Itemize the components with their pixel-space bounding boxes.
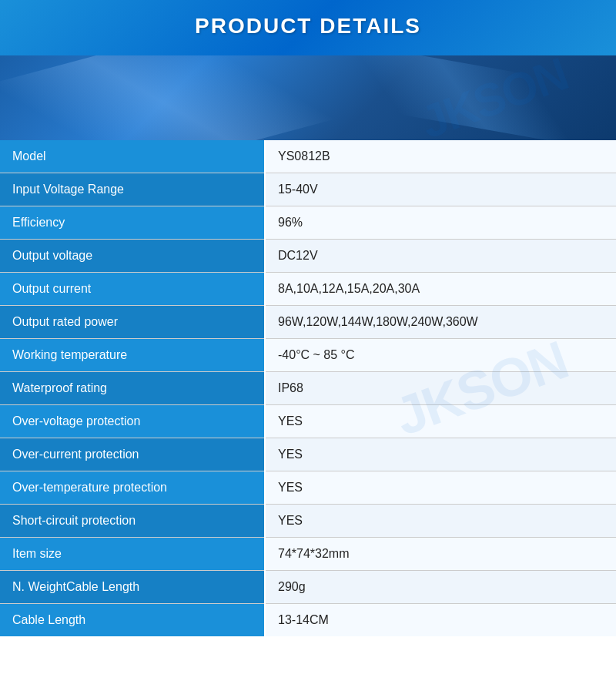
spec-value: 15-40V bbox=[265, 173, 616, 206]
spec-label: Output voltage bbox=[0, 240, 265, 273]
table-row: N. WeightCable Length290g bbox=[0, 571, 616, 604]
spec-label: Item size bbox=[0, 538, 265, 571]
spec-value: YES bbox=[265, 405, 616, 438]
spec-label: Input Voltage Range bbox=[0, 173, 265, 206]
spec-label: Cable Length bbox=[0, 604, 265, 637]
spec-value: 74*74*32mm bbox=[265, 538, 616, 571]
spec-value: IP68 bbox=[265, 372, 616, 405]
hero-image: JKSON bbox=[0, 55, 616, 140]
spec-value: DC12V bbox=[265, 240, 616, 273]
table-row: Over-voltage protectionYES bbox=[0, 405, 616, 438]
spec-value: 13-14CM bbox=[265, 604, 616, 637]
spec-value: 96W,120W,144W,180W,240W,360W bbox=[265, 306, 616, 339]
spec-value: 8A,10A,12A,15A,20A,30A bbox=[265, 273, 616, 306]
spec-value: 96% bbox=[265, 206, 616, 240]
hero-watermark: JKSON bbox=[413, 55, 574, 140]
table-row: Waterproof ratingIP68 bbox=[0, 372, 616, 405]
spec-label: Efficiency bbox=[0, 206, 265, 240]
table-row: Working temperature-40°C ~ 85 °C bbox=[0, 339, 616, 372]
spec-label: Over-current protection bbox=[0, 438, 265, 471]
header-section: PRODUCT DETAILS bbox=[0, 0, 616, 55]
spec-label: Output rated power bbox=[0, 306, 265, 339]
spec-label: Model bbox=[0, 140, 265, 173]
table-row: Efficiency96% bbox=[0, 206, 616, 240]
spec-value: 290g bbox=[265, 571, 616, 604]
spec-label: Output current bbox=[0, 273, 265, 306]
table-row: Output voltageDC12V bbox=[0, 240, 616, 273]
spec-value: YES bbox=[265, 438, 616, 471]
spec-label: Over-voltage protection bbox=[0, 405, 265, 438]
spec-value: YES bbox=[265, 505, 616, 538]
table-row: Over-current protectionYES bbox=[0, 438, 616, 471]
spec-label: Working temperature bbox=[0, 339, 265, 372]
table-section: JKSON ModelYS0812BInput Voltage Range15-… bbox=[0, 140, 616, 636]
spec-label: Waterproof rating bbox=[0, 372, 265, 405]
table-row: Input Voltage Range15-40V bbox=[0, 173, 616, 206]
spec-value: -40°C ~ 85 °C bbox=[265, 339, 616, 372]
specs-table: ModelYS0812BInput Voltage Range15-40VEff… bbox=[0, 140, 616, 636]
spec-value: YES bbox=[265, 471, 616, 505]
page-wrapper: PRODUCT DETAILS JKSON JKSON ModelYS0812B… bbox=[0, 0, 616, 691]
spec-label: Short-circuit protection bbox=[0, 505, 265, 538]
table-row: ModelYS0812B bbox=[0, 140, 616, 173]
spec-label: N. WeightCable Length bbox=[0, 571, 265, 604]
table-row: Item size74*74*32mm bbox=[0, 538, 616, 571]
table-row: Over-temperature protectionYES bbox=[0, 471, 616, 505]
table-row: Output rated power96W,120W,144W,180W,240… bbox=[0, 306, 616, 339]
table-row: Short-circuit protectionYES bbox=[0, 505, 616, 538]
table-row: Cable Length13-14CM bbox=[0, 604, 616, 637]
spec-label: Over-temperature protection bbox=[0, 471, 265, 505]
page-title: PRODUCT DETAILS bbox=[0, 14, 616, 39]
spec-value: YS0812B bbox=[265, 140, 616, 173]
table-row: Output current8A,10A,12A,15A,20A,30A bbox=[0, 273, 616, 306]
